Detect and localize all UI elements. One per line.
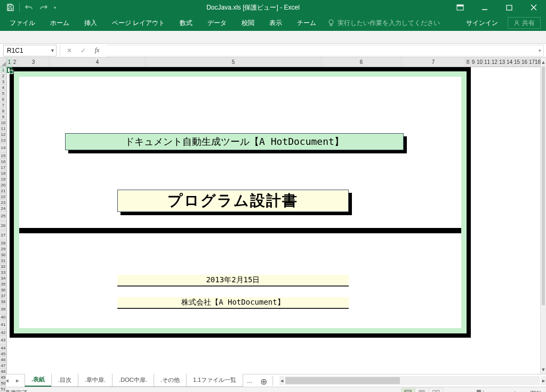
- row-header[interactable]: 6: [0, 96, 6, 102]
- column-header[interactable]: 13: [499, 58, 506, 67]
- row-header[interactable]: 49: [0, 374, 6, 380]
- row-header[interactable]: 26: [0, 221, 6, 231]
- zoom-percentage[interactable]: 75%: [520, 390, 542, 393]
- scroll-up-button[interactable]: ▲: [541, 58, 546, 67]
- tab-pagelayout[interactable]: ページ レイアウト: [105, 15, 172, 31]
- row-header[interactable]: 39: [0, 305, 6, 314]
- row-header[interactable]: 42: [0, 330, 6, 336]
- cancel-formula-button[interactable]: ✕: [63, 45, 75, 56]
- row-header[interactable]: 47: [0, 363, 6, 369]
- zoom-in-button[interactable]: +: [513, 389, 517, 393]
- row-header[interactable]: 50: [0, 380, 6, 386]
- normal-view-button[interactable]: [402, 388, 415, 393]
- row-header[interactable]: 10: [0, 120, 6, 126]
- column-header[interactable]: 10: [476, 58, 484, 67]
- row-header[interactable]: 16: [0, 159, 6, 165]
- tab-view[interactable]: 表示: [262, 15, 290, 31]
- column-header[interactable]: 5: [146, 58, 322, 67]
- tab-review[interactable]: 校閲: [234, 15, 262, 31]
- row-header[interactable]: 18: [0, 170, 6, 176]
- column-header[interactable]: 7: [402, 58, 465, 67]
- vertical-scrollbar[interactable]: ▲ ▼: [540, 58, 546, 374]
- select-all-button[interactable]: [0, 58, 6, 67]
- column-header[interactable]: 1: [7, 58, 12, 67]
- tab-file[interactable]: ファイル: [2, 15, 43, 31]
- hscroll-thumb[interactable]: [285, 377, 400, 384]
- new-sheet-button[interactable]: ⊕: [256, 377, 270, 387]
- row-header[interactable]: 7: [0, 102, 6, 108]
- column-header[interactable]: 8: [465, 58, 471, 67]
- sheet-tabs-more[interactable]: ...: [243, 375, 256, 387]
- row-header[interactable]: 28: [0, 240, 6, 246]
- row-header[interactable]: 15: [0, 153, 6, 159]
- scroll-down-button[interactable]: ▼: [541, 365, 546, 374]
- column-header[interactable]: 4: [50, 58, 146, 67]
- row-header[interactable]: 40: [0, 314, 6, 320]
- zoom-out-button[interactable]: −: [449, 389, 453, 393]
- row-header[interactable]: 19: [0, 176, 6, 182]
- tab-home[interactable]: ホーム: [43, 15, 77, 31]
- column-header[interactable]: 14: [506, 58, 513, 67]
- row-header[interactable]: 12: [0, 132, 6, 137]
- column-header[interactable]: 3: [18, 58, 50, 67]
- row-header[interactable]: 35: [0, 281, 6, 287]
- tab-team[interactable]: チーム: [290, 15, 324, 31]
- redo-button[interactable]: [37, 1, 51, 14]
- column-header[interactable]: 18: [536, 58, 540, 67]
- close-button[interactable]: [521, 0, 546, 15]
- row-header[interactable]: 2: [0, 73, 6, 79]
- sheet-tab-chapter[interactable]: .章中扉.: [78, 374, 113, 387]
- chevron-down-icon[interactable]: ▼: [50, 48, 55, 53]
- tell-me[interactable]: 実行したい作業を入力してください: [328, 15, 440, 31]
- tab-data[interactable]: データ: [200, 15, 234, 31]
- tab-formulas[interactable]: 数式: [172, 15, 200, 31]
- row-header[interactable]: 44: [0, 345, 6, 351]
- vscroll-track[interactable]: [541, 67, 546, 365]
- scroll-right-button[interactable]: ►: [541, 376, 546, 385]
- column-header[interactable]: 6: [322, 58, 402, 67]
- row-header[interactable]: 11: [0, 126, 6, 132]
- cells-viewport[interactable]: ドキュメント自動生成ツール【A HotDocument】 プログラム設計書 20…: [7, 67, 540, 374]
- row-header[interactable]: 13: [0, 137, 6, 143]
- row-header[interactable]: 33: [0, 270, 6, 275]
- minimize-button[interactable]: [472, 0, 497, 15]
- page-break-view-button[interactable]: [429, 388, 443, 393]
- qat-customize-button[interactable]: ▾: [52, 1, 58, 14]
- row-header[interactable]: 29: [0, 246, 6, 252]
- sheet-tab-doc[interactable]: .DOC中扉.: [112, 374, 154, 387]
- row-header[interactable]: 4: [0, 85, 6, 91]
- maximize-button[interactable]: [497, 0, 521, 15]
- row-header[interactable]: 1: [0, 67, 6, 73]
- column-header[interactable]: 11: [484, 58, 491, 67]
- row-header[interactable]: 34: [0, 275, 6, 281]
- row-header[interactable]: 43: [0, 336, 6, 345]
- horizontal-scrollbar[interactable]: ◄ ►: [279, 376, 546, 385]
- row-header[interactable]: 27: [0, 231, 6, 240]
- row-header[interactable]: 22: [0, 194, 6, 200]
- row-header[interactable]: 38: [0, 299, 6, 305]
- row-header[interactable]: 37: [0, 293, 6, 299]
- vscroll-thumb[interactable]: [542, 67, 545, 305]
- sheet-tab-toc[interactable]: .目次: [51, 374, 78, 387]
- row-header[interactable]: 31: [0, 258, 6, 264]
- column-header[interactable]: 12: [491, 58, 499, 67]
- row-header[interactable]: 48: [0, 369, 6, 374]
- sheet-tab-cover[interactable]: .表紙: [25, 373, 52, 387]
- insert-function-button[interactable]: fx: [91, 45, 103, 56]
- expand-formula-icon[interactable]: ▾: [539, 48, 541, 53]
- row-header[interactable]: 51: [0, 386, 6, 392]
- row-header[interactable]: 30: [0, 252, 6, 258]
- column-header[interactable]: 9: [471, 58, 476, 67]
- ribbon-display-button[interactable]: [448, 0, 472, 15]
- share-button[interactable]: 共有: [508, 17, 541, 29]
- row-header[interactable]: 25: [0, 211, 6, 221]
- row-header[interactable]: 20: [0, 182, 6, 188]
- row-header[interactable]: 41: [0, 320, 6, 330]
- column-header[interactable]: 15: [513, 58, 521, 67]
- row-header[interactable]: 9: [0, 114, 6, 120]
- page-layout-view-button[interactable]: [415, 388, 429, 393]
- row-header[interactable]: 3: [0, 79, 6, 85]
- name-box[interactable]: R1C1 ▼: [3, 45, 57, 56]
- row-header[interactable]: 8: [0, 108, 6, 114]
- tab-insert[interactable]: 挿入: [77, 15, 105, 31]
